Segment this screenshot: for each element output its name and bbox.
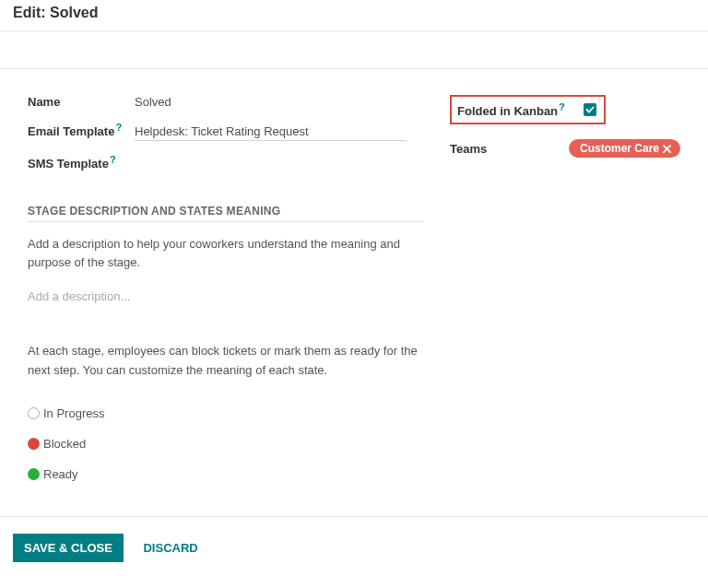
team-tag-label: Customer Care [580,142,659,155]
description-help-text: Add a description to help your coworkers… [28,235,424,274]
state-in-progress-label: In Progress [43,406,104,420]
name-label: Name [28,95,135,109]
help-icon[interactable]: ? [559,101,565,112]
state-dot-red-icon [28,438,40,450]
folded-kanban-checkbox[interactable] [584,103,596,116]
section-title: STAGE DESCRIPTION AND STATES MEANING [28,205,424,218]
save-close-button[interactable]: SAVE & CLOSE [13,534,124,562]
description-input[interactable] [28,289,424,303]
state-dot-empty-icon [28,407,40,419]
teams-label: Teams [450,142,487,156]
state-in-progress-row[interactable]: In Progress [28,406,424,420]
folded-kanban-label: Folded in Kanban? [457,101,565,118]
help-icon[interactable]: ? [110,154,116,165]
state-blocked-row[interactable]: Blocked [28,437,424,451]
section-divider [28,221,424,222]
states-help-text: At each stage, employees can block ticke… [28,342,424,381]
check-icon [585,105,595,114]
discard-button[interactable]: DISCARD [132,534,208,562]
state-dot-green-icon [28,468,40,480]
sms-template-label: SMS Template? [28,154,135,171]
state-ready-label: Ready [43,467,78,481]
email-template-label: Email Template? [28,122,135,138]
state-ready-row[interactable]: Ready [28,467,424,481]
team-tag[interactable]: Customer Care [569,139,680,158]
email-template-input[interactable] [135,124,407,141]
state-blocked-label: Blocked [43,437,86,451]
close-icon[interactable] [663,145,671,153]
folded-kanban-highlight: Folded in Kanban? [450,95,606,124]
page-title: Edit: Solved [13,5,98,20]
name-value: Solved [135,95,171,109]
help-icon[interactable]: ? [115,122,122,133]
